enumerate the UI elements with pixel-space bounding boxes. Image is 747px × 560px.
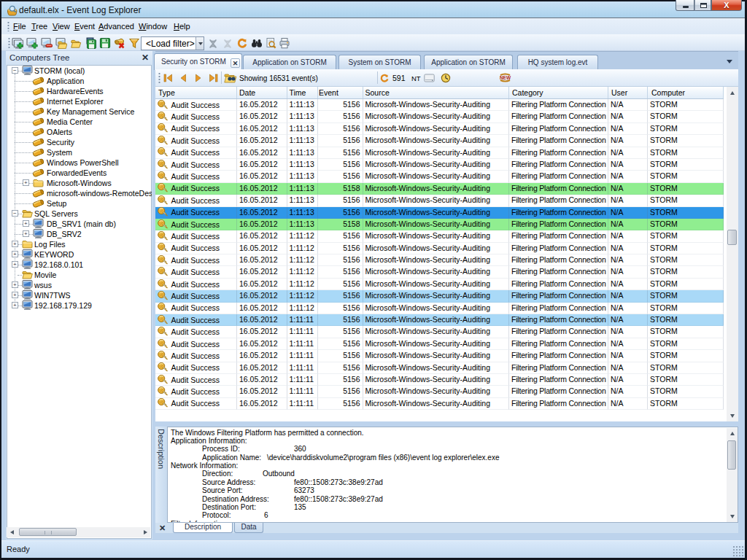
- svg-text:NEW: NEW: [500, 75, 511, 80]
